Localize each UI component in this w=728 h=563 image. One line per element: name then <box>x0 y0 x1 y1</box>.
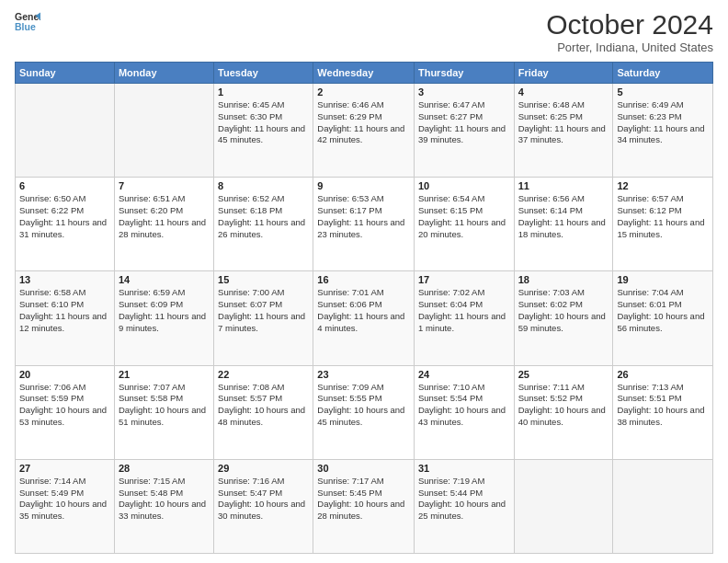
day-info: Sunrise: 7:01 AM Sunset: 6:06 PM Dayligh… <box>317 287 410 334</box>
day-info: Sunrise: 7:16 AM Sunset: 5:47 PM Dayligh… <box>218 476 309 523</box>
day-info: Sunrise: 6:53 AM Sunset: 6:17 PM Dayligh… <box>317 193 410 240</box>
week-row-2: 6Sunrise: 6:50 AM Sunset: 6:22 PM Daylig… <box>16 178 713 271</box>
day-info: Sunrise: 7:00 AM Sunset: 6:07 PM Dayligh… <box>218 287 309 334</box>
header: General Blue October 2024 Porter, Indian… <box>15 9 713 54</box>
calendar-cell: 21Sunrise: 7:07 AM Sunset: 5:58 PM Dayli… <box>114 365 213 459</box>
day-number: 20 <box>19 369 110 380</box>
day-number: 11 <box>518 180 609 191</box>
day-info: Sunrise: 6:58 AM Sunset: 6:10 PM Dayligh… <box>19 287 110 334</box>
day-number: 27 <box>19 463 110 474</box>
day-info: Sunrise: 7:06 AM Sunset: 5:59 PM Dayligh… <box>19 382 110 429</box>
day-number: 21 <box>119 369 210 380</box>
svg-text:Blue: Blue <box>15 21 36 32</box>
day-info: Sunrise: 6:46 AM Sunset: 6:29 PM Dayligh… <box>317 99 410 146</box>
calendar-cell: 24Sunrise: 7:10 AM Sunset: 5:54 PM Dayli… <box>414 365 514 459</box>
day-number: 22 <box>218 369 309 380</box>
calendar-cell: 8Sunrise: 6:52 AM Sunset: 6:18 PM Daylig… <box>214 178 313 271</box>
calendar-cell: 14Sunrise: 6:59 AM Sunset: 6:09 PM Dayli… <box>114 271 213 365</box>
page: General Blue October 2024 Porter, Indian… <box>0 0 728 563</box>
day-number: 28 <box>119 463 210 474</box>
day-number: 29 <box>218 463 309 474</box>
day-info: Sunrise: 7:09 AM Sunset: 5:55 PM Dayligh… <box>317 382 410 429</box>
header-sunday: Sunday <box>16 63 115 84</box>
day-number: 25 <box>518 369 609 380</box>
day-number: 3 <box>418 86 510 98</box>
calendar-cell: 11Sunrise: 6:56 AM Sunset: 6:14 PM Dayli… <box>514 178 613 271</box>
calendar-cell: 10Sunrise: 6:54 AM Sunset: 6:15 PM Dayli… <box>414 178 514 271</box>
calendar-cell: 2Sunrise: 6:46 AM Sunset: 6:29 PM Daylig… <box>313 84 415 178</box>
calendar-cell: 23Sunrise: 7:09 AM Sunset: 5:55 PM Dayli… <box>313 365 415 459</box>
calendar-cell: 22Sunrise: 7:08 AM Sunset: 5:57 PM Dayli… <box>214 365 313 459</box>
page-subtitle: Porter, Indiana, United States <box>546 40 713 54</box>
day-info: Sunrise: 7:17 AM Sunset: 5:45 PM Dayligh… <box>317 476 410 523</box>
header-row: Sunday Monday Tuesday Wednesday Thursday… <box>16 63 713 84</box>
calendar-cell: 4Sunrise: 6:48 AM Sunset: 6:25 PM Daylig… <box>514 84 613 178</box>
calendar-cell: 20Sunrise: 7:06 AM Sunset: 5:59 PM Dayli… <box>16 365 115 459</box>
day-number: 17 <box>418 274 510 285</box>
header-friday: Friday <box>514 63 613 84</box>
calendar-cell: 17Sunrise: 7:02 AM Sunset: 6:04 PM Dayli… <box>414 271 514 365</box>
calendar-cell: 7Sunrise: 6:51 AM Sunset: 6:20 PM Daylig… <box>114 178 213 271</box>
calendar-body: 1Sunrise: 6:45 AM Sunset: 6:30 PM Daylig… <box>16 84 713 554</box>
calendar-cell: 15Sunrise: 7:00 AM Sunset: 6:07 PM Dayli… <box>214 271 313 365</box>
day-info: Sunrise: 6:56 AM Sunset: 6:14 PM Dayligh… <box>518 193 609 240</box>
day-number: 14 <box>119 274 210 285</box>
calendar-cell: 27Sunrise: 7:14 AM Sunset: 5:49 PM Dayli… <box>16 459 115 553</box>
day-number: 8 <box>218 180 309 191</box>
day-info: Sunrise: 6:47 AM Sunset: 6:27 PM Dayligh… <box>418 99 510 146</box>
day-number: 12 <box>617 180 709 191</box>
day-number: 16 <box>317 274 410 285</box>
day-info: Sunrise: 6:52 AM Sunset: 6:18 PM Dayligh… <box>218 193 309 240</box>
day-info: Sunrise: 7:03 AM Sunset: 6:02 PM Dayligh… <box>518 287 609 334</box>
calendar-cell: 18Sunrise: 7:03 AM Sunset: 6:02 PM Dayli… <box>514 271 613 365</box>
day-info: Sunrise: 7:10 AM Sunset: 5:54 PM Dayligh… <box>418 382 510 429</box>
calendar-cell: 28Sunrise: 7:15 AM Sunset: 5:48 PM Dayli… <box>114 459 213 553</box>
calendar-cell: 9Sunrise: 6:53 AM Sunset: 6:17 PM Daylig… <box>313 178 415 271</box>
day-number: 4 <box>518 86 609 98</box>
logo: General Blue <box>15 9 40 35</box>
calendar-cell <box>613 459 713 553</box>
title-block: October 2024 Porter, Indiana, United Sta… <box>546 9 713 54</box>
calendar-cell <box>114 84 213 178</box>
header-wednesday: Wednesday <box>313 63 415 84</box>
day-info: Sunrise: 6:51 AM Sunset: 6:20 PM Dayligh… <box>119 193 210 240</box>
day-info: Sunrise: 6:57 AM Sunset: 6:12 PM Dayligh… <box>617 193 709 240</box>
day-number: 26 <box>617 369 709 380</box>
day-number: 5 <box>617 86 709 98</box>
week-row-4: 20Sunrise: 7:06 AM Sunset: 5:59 PM Dayli… <box>16 365 713 459</box>
calendar-table: Sunday Monday Tuesday Wednesday Thursday… <box>15 62 713 554</box>
day-info: Sunrise: 6:45 AM Sunset: 6:30 PM Dayligh… <box>218 99 309 146</box>
calendar-cell: 26Sunrise: 7:13 AM Sunset: 5:51 PM Dayli… <box>613 365 713 459</box>
day-info: Sunrise: 7:14 AM Sunset: 5:49 PM Dayligh… <box>19 476 110 523</box>
header-thursday: Thursday <box>414 63 514 84</box>
day-number: 19 <box>617 274 709 285</box>
day-info: Sunrise: 6:48 AM Sunset: 6:25 PM Dayligh… <box>518 99 609 146</box>
calendar-cell: 12Sunrise: 6:57 AM Sunset: 6:12 PM Dayli… <box>613 178 713 271</box>
day-number: 7 <box>119 180 210 191</box>
calendar-cell: 5Sunrise: 6:49 AM Sunset: 6:23 PM Daylig… <box>613 84 713 178</box>
calendar-cell: 31Sunrise: 7:19 AM Sunset: 5:44 PM Dayli… <box>414 459 514 553</box>
calendar-cell: 16Sunrise: 7:01 AM Sunset: 6:06 PM Dayli… <box>313 271 415 365</box>
day-number: 13 <box>19 274 110 285</box>
day-info: Sunrise: 7:15 AM Sunset: 5:48 PM Dayligh… <box>119 476 210 523</box>
day-number: 9 <box>317 180 410 191</box>
calendar-cell <box>514 459 613 553</box>
day-info: Sunrise: 6:54 AM Sunset: 6:15 PM Dayligh… <box>418 193 510 240</box>
day-info: Sunrise: 7:13 AM Sunset: 5:51 PM Dayligh… <box>617 382 709 429</box>
calendar-cell: 30Sunrise: 7:17 AM Sunset: 5:45 PM Dayli… <box>313 459 415 553</box>
calendar-cell: 6Sunrise: 6:50 AM Sunset: 6:22 PM Daylig… <box>16 178 115 271</box>
day-number: 31 <box>418 463 510 474</box>
day-info: Sunrise: 7:11 AM Sunset: 5:52 PM Dayligh… <box>518 382 609 429</box>
header-monday: Monday <box>114 63 213 84</box>
day-info: Sunrise: 7:19 AM Sunset: 5:44 PM Dayligh… <box>418 476 510 523</box>
day-number: 2 <box>317 86 410 98</box>
calendar-cell: 29Sunrise: 7:16 AM Sunset: 5:47 PM Dayli… <box>214 459 313 553</box>
page-title: October 2024 <box>546 9 713 40</box>
calendar-cell <box>16 84 115 178</box>
logo-icon: General Blue <box>15 9 40 35</box>
day-number: 24 <box>418 369 510 380</box>
week-row-1: 1Sunrise: 6:45 AM Sunset: 6:30 PM Daylig… <box>16 84 713 178</box>
day-number: 15 <box>218 274 309 285</box>
day-info: Sunrise: 7:08 AM Sunset: 5:57 PM Dayligh… <box>218 382 309 429</box>
header-saturday: Saturday <box>613 63 713 84</box>
